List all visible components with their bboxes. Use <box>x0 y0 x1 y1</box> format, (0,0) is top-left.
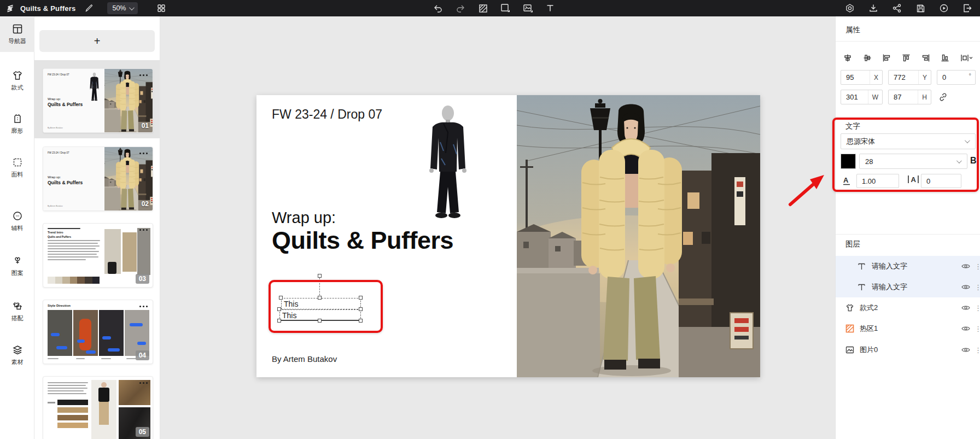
thumb-menu-icon[interactable] <box>139 74 148 76</box>
page-thumb-03[interactable]: Trend Intro Quilts and Puffers 03 <box>43 223 153 288</box>
selection-handle[interactable] <box>279 296 283 300</box>
sidebar-item-fabric[interactable]: 面料 <box>0 150 34 185</box>
eye-icon[interactable] <box>961 263 970 270</box>
layer-row-garment[interactable]: 款式2 ⋮ <box>836 297 980 318</box>
text-tool-icon[interactable] <box>542 2 558 15</box>
selected-text-2[interactable]: This <box>282 311 296 320</box>
garment-icon <box>12 70 23 81</box>
selected-text-1[interactable]: This <box>284 300 298 308</box>
text-selection-box-1[interactable]: This <box>281 298 361 309</box>
app-logo-icon[interactable] <box>5 4 15 13</box>
rename-pencil-icon[interactable] <box>81 2 97 15</box>
pages-grid-icon[interactable] <box>153 2 170 15</box>
sidebar-item-style[interactable]: 款式 <box>0 63 34 98</box>
share-icon[interactable] <box>889 2 905 15</box>
width-input[interactable]: 301W <box>841 90 883 104</box>
image-tool-icon[interactable] <box>520 2 536 15</box>
align-vertical-center-icon[interactable] <box>843 54 852 62</box>
font-family-select[interactable]: 思源宋体 <box>841 133 976 149</box>
sidebar-item-outfit[interactable]: 搭配 <box>0 294 34 329</box>
selection-handle[interactable] <box>277 319 281 323</box>
fabric-icon <box>12 157 23 168</box>
selection-handle[interactable] <box>318 319 322 323</box>
sidebar-item-pattern[interactable]: 图案 <box>0 249 34 284</box>
rotation-handle[interactable] <box>318 274 322 278</box>
layer-row-image[interactable]: 图片0 ⋮ <box>836 340 980 360</box>
align-left-icon[interactable] <box>882 54 891 62</box>
layer-row-text-1[interactable]: 请输入文字 ⋮ <box>836 256 980 277</box>
thumb-menu-icon[interactable] <box>139 153 148 154</box>
kebab-menu-icon[interactable]: ⋮ <box>975 307 978 309</box>
align-top-icon[interactable] <box>902 54 911 62</box>
rotation-input[interactable]: 0° <box>937 70 976 85</box>
shape-tool-icon[interactable] <box>497 2 514 15</box>
add-page-button[interactable]: + <box>39 30 155 52</box>
align-right-icon[interactable] <box>921 54 930 62</box>
sidebar-item-assets[interactable]: 素材 <box>0 338 34 373</box>
align-bottom-icon[interactable] <box>941 54 949 62</box>
kebab-menu-icon[interactable]: ⋮ <box>975 349 978 352</box>
kebab-menu-icon[interactable]: ⋮ <box>975 265 978 268</box>
link-dimensions-icon[interactable] <box>938 92 948 103</box>
slide-eyebrow-text[interactable]: FW 23-24 / Drop 07 <box>272 107 382 122</box>
undo-icon[interactable] <box>430 2 446 15</box>
slide[interactable]: FW 23-24 / Drop 07 Wrap up: Quilts & Puf… <box>256 95 760 377</box>
eye-icon[interactable] <box>961 305 970 311</box>
slide-byline[interactable]: By Artem Butakov <box>272 354 337 364</box>
letter-spacing-input[interactable]: 0 <box>921 174 961 188</box>
thumb-tag-pill <box>51 333 60 336</box>
eye-icon[interactable] <box>961 347 970 353</box>
x-input[interactable]: 95X <box>841 70 883 85</box>
layer-row-hotzone[interactable]: 热区1 ⋮ <box>836 318 980 339</box>
sidebar-item-silhouette[interactable]: 廓形 <box>0 107 34 142</box>
page-thumb-05[interactable]: 05 <box>43 376 153 439</box>
page-thumb-02[interactable]: FW 23-24 / Drop 07 Wrap up: Quilts & Puf… <box>43 147 153 211</box>
redo-icon[interactable] <box>452 2 469 15</box>
slide-photo[interactable] <box>517 95 760 377</box>
layer-row-text-2[interactable]: 请输入文字 ⋮ <box>836 277 980 297</box>
line-height-input[interactable]: 1.00 <box>856 174 899 188</box>
height-input[interactable]: 87H <box>888 90 931 104</box>
thumb-menu-icon[interactable] <box>139 382 148 384</box>
sidebar-item-trims[interactable]: 辅料 <box>0 204 34 239</box>
mannequin-image[interactable] <box>427 104 469 222</box>
exit-export-icon[interactable] <box>959 2 976 15</box>
thumb-menu-icon[interactable] <box>139 229 148 231</box>
hotzone-tool-icon[interactable] <box>475 2 491 15</box>
document-title: Quilts & Puffers <box>20 4 75 13</box>
eye-icon[interactable] <box>961 325 970 332</box>
save-icon[interactable] <box>912 2 929 15</box>
page-number: 01 <box>142 122 149 130</box>
page-thumb-01[interactable]: FW 23-24 / Drop 07 Wrap up: Quilts & Puf… <box>43 68 153 133</box>
selection-handle[interactable] <box>359 296 363 300</box>
selection-handle[interactable] <box>318 296 322 300</box>
present-play-icon[interactable] <box>936 2 952 15</box>
y-input[interactable]: 772Y <box>888 70 931 85</box>
thumb-color-bar <box>57 407 88 413</box>
slide-title-line1[interactable]: Wrap up: <box>272 209 336 227</box>
slide-title-line2[interactable]: Quilts & Puffers <box>272 226 453 255</box>
page-number: 04 <box>136 350 149 360</box>
rotation-handle-line <box>319 278 320 298</box>
kebab-menu-icon[interactable]: ⋮ <box>975 286 978 289</box>
distribute-icon[interactable] <box>960 54 972 62</box>
thumb-menu-icon[interactable] <box>139 306 148 307</box>
download-icon[interactable] <box>865 2 882 15</box>
align-horizontal-center-icon[interactable] <box>863 54 872 62</box>
text-color-swatch[interactable] <box>841 154 856 169</box>
selection-handle[interactable] <box>359 319 363 323</box>
selection-handle[interactable] <box>359 307 363 311</box>
settings-icon[interactable] <box>842 2 858 15</box>
selection-handle[interactable] <box>277 307 281 311</box>
eye-icon[interactable] <box>961 284 970 290</box>
zoom-dropdown[interactable]: 50% <box>107 2 138 14</box>
font-size-select[interactable]: 28 <box>859 154 967 169</box>
page-thumb-04[interactable]: Style Direction 04 <box>43 300 153 364</box>
bold-button[interactable]: B <box>970 156 977 166</box>
thumb-tag-pill <box>137 342 146 345</box>
svg-text:A: A <box>911 175 917 184</box>
kebab-menu-icon[interactable]: ⋮ <box>975 327 978 330</box>
divider <box>836 234 980 235</box>
sidebar-item-navigator[interactable]: 导航器 <box>0 17 34 52</box>
canvas-area[interactable]: FW 23-24 / Drop 07 Wrap up: Quilts & Puf… <box>160 16 835 439</box>
